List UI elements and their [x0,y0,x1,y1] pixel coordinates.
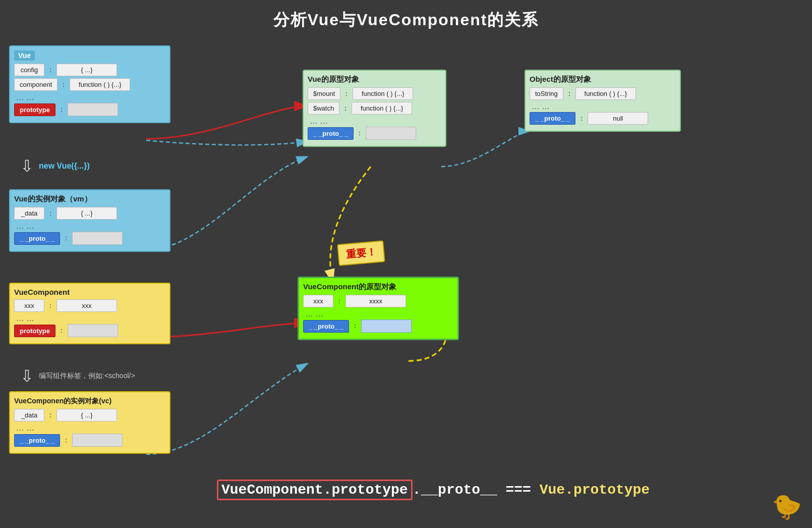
vue-instance-data-row: _data ： { ...} [14,207,165,220]
formula-area: VueComponent.prototype.__proto__ === Vue… [217,482,650,498]
formula-yellow: Vue.prototype [540,482,650,498]
vuecomponent-proto-box: VueComponent的原型对象 xxx ： xxxx …… _ _proto… [298,277,459,340]
object-proto-tostring-value: function ( ) {...} [575,87,636,100]
vue-prototype-key: prototype [14,103,55,116]
vuecomponent-proto-xxx-value: xxxx [345,295,406,307]
vue-instance-title: Vue的实例对象（vm） [14,194,92,204]
vuecomponent-instance-proto-value [72,434,123,447]
vuecomponent-instance-data-value: { ...} [56,409,117,421]
vuecomponent-instance-proto-key: _ _proto_ _ [14,434,60,447]
vue-component-value: function ( ) {...} [70,78,130,91]
vue-instance-data-key: _data [14,207,44,220]
vuecomponent-instance-data-row: _data ： { ...} [14,409,165,421]
vue-component-row: component ： function ( ) {...} [14,78,165,91]
component-step: ⇩ 编写组件标签，例如:<school/> [20,366,135,386]
vue-instance-data-value: { ...} [56,207,117,220]
object-proto-title: Object的原型对象 [530,75,591,84]
vuecomponent-instance-title: VueComponen的实例对象(vc) [14,397,111,406]
vuecomponent-proto-xxx-key: xxx [303,295,333,307]
vue-proto-title: Vue的原型对象 [308,75,359,84]
duck-icon: 🐤 [772,493,802,523]
vue-instance-proto-row: _ _proto_ _ ： [14,232,165,245]
vuecomponent-title: VueComponent [14,288,70,296]
vue-proto-proto-key: _ _proto_ _ [308,127,354,140]
component-label: 编写组件标签，例如:<school/> [39,372,135,381]
important-badge: 重要！ [337,240,385,266]
vue-proto-proto-value [366,127,416,140]
object-proto-tostring-row: toString ： function ( ) {...} [530,87,676,100]
new-vue-label: new Vue({...}) [39,162,90,171]
vue-proto-watch-value: function ( ) {...} [352,102,412,115]
vuecomponent-proto-value [68,324,118,337]
vuecomponent-proto-key: prototype [14,325,55,337]
vuecomponent-dots: …… [14,314,165,323]
vue-proto-watch-key: $watch [308,102,339,115]
vue-box: Vue config ： { ...} component ： function… [9,45,170,123]
vuecomponent-box: VueComponent xxx ： xxx …… prototype ： [9,283,170,344]
vuecomponent-xxx-value: xxx [56,299,117,312]
formula-highlight: VueComponent.prototype [217,480,413,500]
vue-instance-box: Vue的实例对象（vm） _data ： { ...} …… _ _proto_… [9,189,170,252]
vue-proto-proto-row: _ _proto_ _ ： [308,127,441,140]
vue-proto-box: Vue的原型对象 $mount ： function ( ) {...} $wa… [303,70,446,147]
vuecomponent-instance-data-key: _data [14,409,44,421]
vuecomponent-xxx-row: xxx ： xxx [14,299,165,312]
vuecomponent-instance-box: VueComponen的实例对象(vc) _data ： { ...} …… _… [9,391,170,454]
vuecomponent-instance-proto-row: _ _proto_ _ ： [14,434,165,447]
vue-proto-mount-value: function ( ) {...} [353,87,413,100]
vue-instance-dots: …… [14,222,165,231]
vue-instance-proto-key: _ _proto_ _ [14,232,60,245]
vue-instance-proto-value [72,232,123,245]
page-title: 分析Vue与VueComponent的关系 [0,0,812,36]
vuecomponent-proto-xxx-row: xxx ： xxxx [303,295,453,307]
vue-box-title: Vue [14,50,35,61]
vue-config-key: config [14,64,44,76]
object-proto-proto-row: _ _proto_ _ ： null [530,112,676,125]
vuecomponent-proto-proto-value [361,320,412,333]
vue-config-value: { ...} [56,64,117,76]
vue-config-row: config ： { ...} [14,64,165,76]
vue-proto-mount-key: $mount [308,87,340,100]
vue-prototype-value [68,103,118,116]
object-proto-box: Object的原型对象 toString ： function ( ) {...… [525,70,681,132]
vuecomponent-proto-proto-row: _ _proto_ _ ： [303,320,453,333]
vue-proto-watch-row: $watch ： function ( ) {...} [308,102,441,115]
object-proto-tostring-key: toString [530,87,563,100]
object-proto-proto-value: null [588,112,648,125]
vuecomponent-xxx-key: xxx [14,299,44,312]
vuecomponent-proto-dots: …… [303,309,453,319]
new-vue-step: ⇩ new Vue({...}) [20,156,90,176]
vue-prototype-row: prototype ： [14,103,165,116]
vue-component-key: component [14,78,57,91]
object-proto-dots: …… [530,102,676,111]
vue-proto-dots: …… [308,117,441,126]
object-proto-proto-key: _ _proto_ _ [530,112,575,125]
vue-dots: …… [14,93,165,102]
vuecomponent-instance-dots: …… [14,424,165,433]
vue-proto-mount-row: $mount ： function ( ) {...} [308,87,441,100]
formula-rest: .__proto__ === [413,482,540,498]
vuecomponent-proto-row: prototype ： [14,324,165,337]
vuecomponent-proto-proto-key: _ _proto_ _ [303,320,349,333]
vuecomponent-proto-title: VueComponent的原型对象 [303,282,396,292]
